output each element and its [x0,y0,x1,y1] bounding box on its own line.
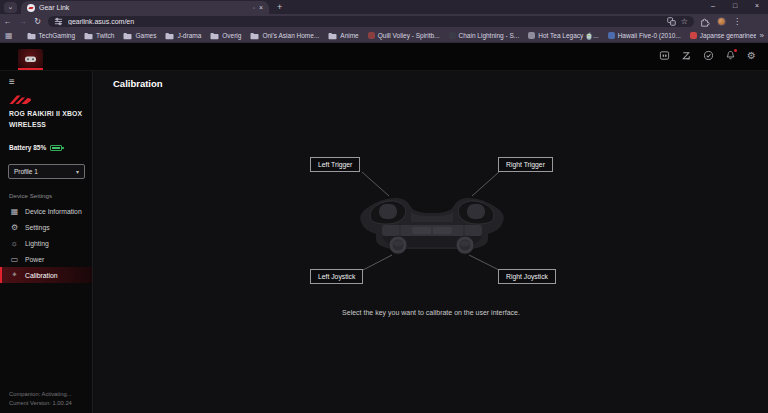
browser-tab[interactable]: Gear Link ▫ × [21,1,269,14]
notifications-bell-icon[interactable] [725,50,736,61]
bookmark-item[interactable]: Anime [328,32,358,40]
nav-item-icon: ☼ [10,239,19,248]
tab-search-button[interactable]: ⌄ [4,2,17,13]
sidebar-nav-item[interactable]: ⌖ Calibration [0,267,92,283]
sidebar-nav-item[interactable]: ▦ Device Information [0,203,92,219]
screen: ⌄ Gear Link ▫ × + – □ × ← → ↻ gearlink.a… [0,0,768,413]
controller-rear-view[interactable] [352,192,512,266]
profile-avatar[interactable] [717,17,726,26]
bookmark-label: Quill Volley - Spiritb... [378,32,440,39]
url-text[interactable]: gearlink.asus.com/en [68,18,662,25]
app-header: ⚙ [0,43,768,71]
address-bar[interactable]: gearlink.asus.com/en ☆ [48,16,694,27]
window-maximize-icon[interactable]: □ [724,0,746,13]
rog-logo-icon [9,94,33,105]
left-joystick-area[interactable] [389,236,407,254]
sidebar-nav-item[interactable]: ☼ Lighting [0,235,92,251]
device-tab-active-indicator [18,68,43,70]
bookmark-favicon [528,32,535,39]
reload-button[interactable]: ↻ [30,17,45,26]
left-trigger-label[interactable]: Left Trigger [310,157,360,172]
sidebar-footer: Companion: Activating... Current Version… [9,390,72,407]
bookmark-item[interactable]: Oni's Asian Home... [250,32,319,40]
bookmark-label: J-drama [177,32,201,39]
app-header-icons: ⚙ [659,50,756,61]
companion-status: Companion: Activating... [9,390,72,399]
site-info-icon[interactable] [54,17,63,26]
nav-item-icon: ⚙ [10,223,19,232]
browser-menu-icon[interactable]: ⋮ [733,17,741,26]
bookmark-item[interactable]: Overig [210,32,241,40]
bookmark-favicon [368,32,375,39]
new-tab-button[interactable]: + [277,2,282,12]
sync-scenario-icon[interactable] [681,50,692,61]
left-joystick-label[interactable]: Left Joystick [310,269,363,284]
page-title: Calibration [113,78,163,89]
window-minimize-icon[interactable]: – [702,0,724,13]
apps-grid-icon[interactable]: ▦ [5,31,13,40]
bookmark-item[interactable]: Games [123,32,156,40]
folder-icon [328,32,337,40]
bookmarks-bar: ▦ TechGaming Twitch Gam [0,29,768,43]
window-controls: – □ × [702,0,768,13]
translate-icon[interactable] [667,17,676,26]
folder-icon [165,32,174,40]
device-name: ROG RAIKIRI II XBOX WIRELESS [9,109,83,130]
device-name-line2: WIRELESS [9,120,83,131]
window-close-icon[interactable]: × [746,0,768,13]
bookmark-item[interactable]: Chain Lightning - S... [449,32,520,39]
bookmark-label: Anime [340,32,358,39]
battery-status: Battery 85% [9,144,92,151]
right-joystick-area[interactable] [456,236,474,254]
device-tab[interactable] [18,49,43,68]
bookmarks-list: TechGaming Twitch Games J-dra [27,32,768,40]
device-library-icon[interactable] [659,50,670,61]
profile-select[interactable]: Profile 1 ▾ [8,164,85,179]
battery-icon [50,145,62,151]
bookmark-label: Oni's Asian Home... [262,32,319,39]
bookmark-label: Twitch [96,32,114,39]
support-check-icon[interactable] [703,50,714,61]
instruction-text: Select the key you want to calibrate on … [94,309,768,316]
bookmark-label: Japanse gemarineer... [700,32,764,39]
folder-icon [123,32,132,40]
back-button[interactable]: ← [0,17,15,26]
folder-icon [27,32,36,40]
bookmark-label: TechGaming [39,32,76,39]
bookmark-item[interactable]: Japanse gemarineer... [690,32,764,39]
bookmark-favicon [608,32,615,39]
bookmarks-overflow-icon[interactable]: » [756,29,764,43]
bookmark-star-icon[interactable]: ☆ [681,17,688,26]
forward-button[interactable]: → [15,17,30,26]
bookmark-item[interactable]: Twitch [84,32,114,40]
right-joystick-label[interactable]: Right Joystick [498,269,556,284]
nav-item-label: Power [25,256,44,263]
bookmark-favicon [449,32,456,39]
bookmark-item[interactable]: TechGaming [27,32,76,40]
sidebar-nav-item[interactable]: ▭ Power [0,251,92,267]
bookmark-label: Hawaii Five-0 (2010... [618,32,681,39]
bookmark-label: Chain Lightning - S... [459,32,520,39]
bookmark-item[interactable]: Quill Volley - Spiritb... [368,32,440,39]
bookmark-item[interactable]: Hot Tea Legacy 🍵... [528,32,598,40]
current-version: Current Version: 1.00.24 [9,399,72,408]
gamepad-icon [24,54,37,64]
bookmark-item[interactable]: J-drama [165,32,201,40]
right-trigger-label[interactable]: Right Trigger [498,157,553,172]
sidebar: ≡ ROG RAIKIRI II XBOX WIRELESS Battery 8… [0,71,93,413]
battery-label: Battery 85% [9,144,46,151]
folder-icon [84,32,93,40]
nav-item-icon: ⌖ [10,270,19,280]
settings-gear-icon[interactable]: ⚙ [747,51,756,61]
tab-favicon-icon [27,4,35,12]
browser-toolbar: ← → ↻ gearlink.asus.com/en ☆ ⋮ [0,14,768,29]
tab-close-icon[interactable]: × [259,4,263,11]
sidebar-nav-item[interactable]: ⚙ Settings [0,219,92,235]
notification-badge [734,49,737,52]
bookmark-item[interactable]: Hawaii Five-0 (2010... [608,32,681,39]
bookmark-label: Overig [222,32,241,39]
extensions-puzzle-icon[interactable] [700,17,710,27]
sidebar-collapse-icon[interactable]: ≡ [9,76,92,87]
sidebar-nav: ▦ Device Information ⚙ Settings ☼ Lighti… [0,203,92,283]
toolbar-right: ⋮ [700,17,741,27]
